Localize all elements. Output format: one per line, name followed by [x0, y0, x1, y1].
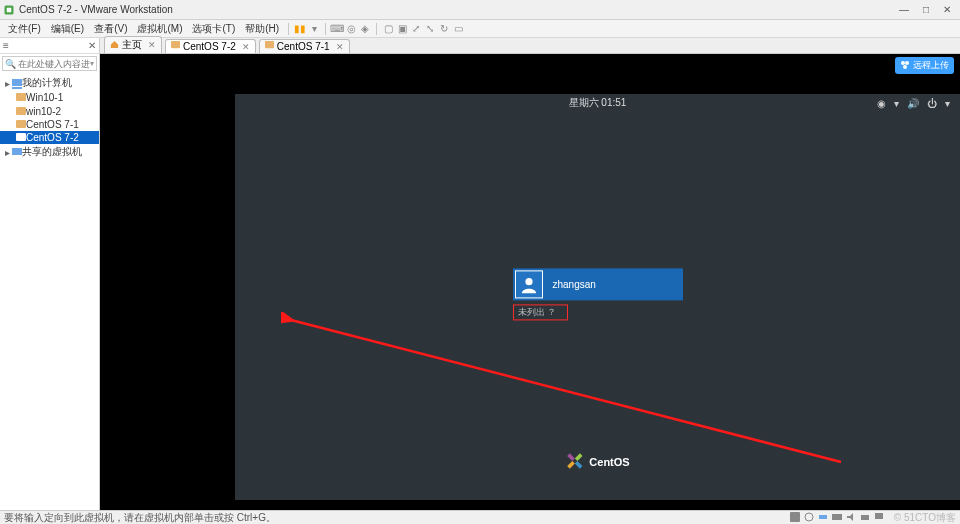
- power-icon[interactable]: ⏻: [927, 98, 937, 109]
- menu-help[interactable]: 帮助(H): [240, 20, 284, 38]
- svg-rect-4: [16, 93, 26, 101]
- device-usb-icon[interactable]: [832, 512, 842, 524]
- vm-icon: [16, 132, 26, 143]
- tree-label: CentOS 7-1: [26, 119, 79, 130]
- not-listed-button[interactable]: 未列出 ？: [513, 304, 568, 320]
- fit-window-button[interactable]: ⤡: [423, 22, 437, 36]
- tree-label: Win10-1: [26, 92, 63, 103]
- chevron-down-icon[interactable]: ▾: [945, 98, 950, 109]
- svg-line-19: [291, 320, 841, 462]
- remote-upload-badge[interactable]: 远程上传: [895, 57, 954, 74]
- device-sound-icon[interactable]: [846, 512, 856, 524]
- svg-rect-23: [832, 514, 842, 520]
- menu-bar: 文件(F) 编辑(E) 查看(V) 虚拟机(M) 选项卡(T) 帮助(H) ▮▮…: [0, 20, 960, 38]
- tree-vm-centos7-2[interactable]: CentOS 7-2: [0, 131, 99, 144]
- tab-label: CentOS 7-2: [183, 41, 236, 52]
- accessibility-icon[interactable]: ◉: [877, 98, 886, 109]
- cycle-button[interactable]: ↻: [437, 22, 451, 36]
- user-tile[interactable]: zhangsan: [513, 268, 683, 300]
- library-close-button[interactable]: ✕: [88, 40, 96, 51]
- menu-vm[interactable]: 虚拟机(M): [132, 20, 187, 38]
- twisty-icon: ▸: [3, 147, 12, 158]
- tree-vm-win10-2[interactable]: win10-2: [0, 104, 99, 117]
- tab-label: CentOS 7-1: [277, 41, 330, 52]
- tree-root-shared[interactable]: ▸ 共享的虚拟机: [0, 144, 99, 160]
- search-dropdown-icon[interactable]: ▾: [90, 59, 94, 68]
- tree-label: CentOS 7-2: [26, 132, 79, 143]
- tab-close-icon[interactable]: ✕: [242, 42, 250, 52]
- device-printer-icon[interactable]: [860, 512, 870, 524]
- centos-logo-icon: [565, 452, 583, 472]
- tab-centos7-1[interactable]: CentOS 7-1 ✕: [259, 39, 350, 53]
- volume-icon[interactable]: 🔊: [907, 98, 919, 109]
- gnome-clock[interactable]: 星期六 01:51: [569, 96, 627, 110]
- maximize-button[interactable]: □: [923, 4, 929, 15]
- tree-label: win10-2: [26, 106, 61, 117]
- tree-vm-centos7-1[interactable]: CentOS 7-1: [0, 118, 99, 131]
- pause-button[interactable]: ▮▮: [293, 22, 307, 36]
- svg-rect-3: [12, 87, 22, 89]
- svg-rect-22: [819, 515, 827, 519]
- minimize-button[interactable]: —: [899, 4, 909, 15]
- svg-point-11: [901, 61, 905, 65]
- svg-rect-20: [790, 512, 800, 522]
- window-titlebar: CentOS 7-2 - VMware Workstation — □ ✕: [0, 0, 960, 20]
- power-dropdown[interactable]: ▾: [307, 22, 321, 36]
- fit-guest-button[interactable]: ⤢: [409, 22, 423, 36]
- svg-rect-18: [574, 461, 582, 469]
- tab-close-icon[interactable]: ✕: [336, 42, 344, 52]
- vm-icon: [16, 105, 26, 116]
- menu-edit[interactable]: 编辑(E): [46, 20, 89, 38]
- send-cad-button[interactable]: ⌨: [330, 22, 344, 36]
- tab-centos7-2[interactable]: CentOS 7-2 ✕: [165, 39, 256, 53]
- library-tree: ▸ 我的计算机 Win10-1 win10-2 CentOS 7-1 CentO…: [0, 73, 99, 162]
- svg-rect-2: [12, 79, 22, 86]
- svg-rect-1: [7, 7, 12, 12]
- annotation-arrow: [281, 312, 851, 472]
- tree-root-mycomputer[interactable]: ▸ 我的计算机: [0, 75, 99, 91]
- menu-tabs[interactable]: 选项卡(T): [187, 20, 240, 38]
- device-display-icon[interactable]: [874, 512, 884, 524]
- status-hint: 要将输入定向到此虚拟机，请在虚拟机内部单击或按 Ctrl+G。: [4, 511, 276, 525]
- vm-icon: [265, 41, 274, 52]
- device-cd-icon[interactable]: [804, 512, 814, 524]
- close-button[interactable]: ✕: [943, 4, 951, 15]
- tree-label: 我的计算机: [22, 76, 72, 90]
- menu-file[interactable]: 文件(F): [3, 20, 46, 38]
- gnome-top-bar: 星期六 01:51 ◉ ▾ 🔊 ⏻ ▾: [235, 94, 960, 112]
- device-network-icon[interactable]: [818, 512, 828, 524]
- svg-rect-16: [567, 461, 575, 469]
- svg-point-12: [905, 61, 909, 65]
- vm-viewport[interactable]: 远程上传 星期六 01:51 ◉ ▾ 🔊 ⏻ ▾: [100, 54, 960, 510]
- fullscreen-button[interactable]: ▢: [381, 22, 395, 36]
- snapshot-manager-button[interactable]: ◈: [358, 22, 372, 36]
- separator: [288, 23, 289, 35]
- svg-rect-9: [171, 41, 180, 48]
- menu-view[interactable]: 查看(V): [89, 20, 132, 38]
- tab-label: 主页: [122, 38, 142, 52]
- svg-rect-25: [875, 513, 883, 519]
- avatar-icon: [515, 270, 543, 298]
- svg-point-13: [903, 65, 907, 69]
- svg-point-14: [525, 278, 532, 285]
- gdm-login: zhangsan 未列出 ？: [513, 268, 683, 320]
- svg-rect-17: [567, 453, 575, 461]
- library-search[interactable]: 🔍 ▾: [2, 56, 97, 71]
- stretch-button[interactable]: ▭: [451, 22, 465, 36]
- search-input[interactable]: [18, 59, 90, 69]
- snapshot-button[interactable]: ◎: [344, 22, 358, 36]
- host-icon: [12, 77, 22, 88]
- device-disk-icon[interactable]: [790, 512, 800, 524]
- not-listed-label: 未列出 ？: [518, 306, 557, 319]
- svg-rect-8: [12, 148, 22, 155]
- shared-icon: [12, 147, 22, 158]
- unity-button[interactable]: ▣: [395, 22, 409, 36]
- tab-home[interactable]: 主页 ✕: [104, 36, 162, 53]
- guest-screen[interactable]: 星期六 01:51 ◉ ▾ 🔊 ⏻ ▾ zhangsan: [235, 94, 960, 500]
- tree-vm-win10-1[interactable]: Win10-1: [0, 91, 99, 104]
- twisty-icon: ▸: [3, 78, 12, 89]
- tab-close-icon[interactable]: ✕: [148, 40, 156, 50]
- svg-rect-5: [16, 107, 26, 115]
- library-icon: ≡: [3, 40, 9, 51]
- chevron-down-icon[interactable]: ▾: [894, 98, 899, 109]
